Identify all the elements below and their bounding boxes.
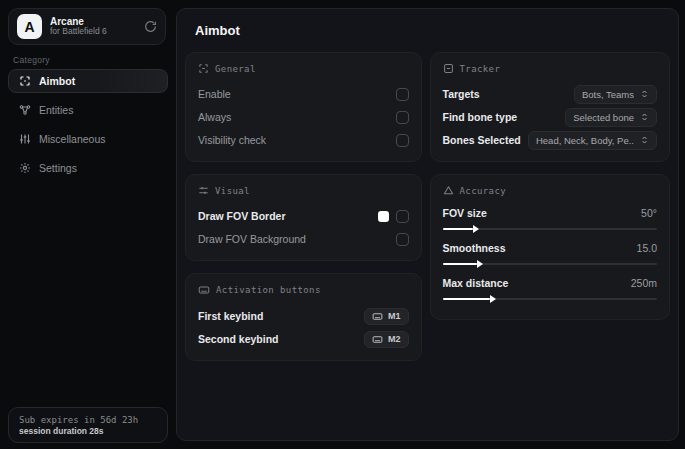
max-distance-slider[interactable] [443, 295, 657, 303]
activation-buttons-card: Activation buttons First keybind M1 S [185, 273, 422, 361]
fov-size-slider[interactable] [443, 225, 657, 233]
setting-label: Smoothness [443, 242, 506, 254]
tracker-card: Tracker Targets Bots, Teams Find bone [430, 52, 670, 162]
setting-row-draw-fov-border: Draw FOV Border [198, 205, 409, 227]
fov-border-color-swatch[interactable] [378, 211, 389, 222]
setting-label: Bones Selected [443, 134, 521, 146]
dropdown-value: Selected bone [573, 112, 634, 123]
always-checkbox[interactable] [396, 111, 409, 124]
sync-icon[interactable] [144, 20, 157, 33]
app-title-block: Arcane for Battlefield 6 [50, 16, 136, 37]
bones-selected-dropdown[interactable]: Head, Neck, Body, Pe.. [528, 131, 657, 150]
setting-row-find-bone-type: Find bone type Selected bone [443, 106, 657, 128]
network-icon [18, 104, 31, 116]
setting-label: Visibility check [198, 134, 266, 146]
sidebar-item-entities[interactable]: Entities [8, 98, 168, 122]
section-title-accuracy: Accuracy [460, 186, 507, 196]
first-keybind-button[interactable]: M1 [364, 308, 409, 325]
enable-checkbox[interactable] [396, 88, 409, 101]
setting-label: Targets [443, 88, 480, 100]
sidebar-item-label: Entities [39, 104, 73, 116]
triangle-icon [443, 185, 454, 196]
sidebar: A Arcane for Battlefield 6 Category Aimb… [0, 0, 174, 449]
second-keybind-button[interactable]: M2 [364, 331, 409, 348]
setting-row-visibility-check: Visibility check [198, 129, 409, 151]
category-label: Category [13, 55, 50, 65]
keyboard-icon [372, 334, 383, 345]
setting-label: Draw FOV Border [198, 210, 286, 222]
slider-fill [443, 228, 473, 230]
slider-value: 15.0 [637, 242, 657, 254]
setting-row-second-keybind: Second keybind M2 [198, 328, 409, 350]
section-title-general: General [215, 64, 256, 74]
sidebar-item-label: Miscellaneous [39, 133, 106, 145]
sidebar-item-aimbot[interactable]: Aimbot [8, 69, 168, 93]
scan-frame-icon [198, 63, 209, 74]
section-title-activation: Activation buttons [216, 285, 321, 295]
session-duration-text: session duration 28s [19, 426, 157, 436]
sidebar-item-label: Aimbot [39, 75, 75, 87]
chevron-up-down-icon [640, 135, 649, 145]
page-title: Aimbot [195, 23, 670, 38]
crosshair-scan-icon [18, 75, 31, 87]
section-title-visual: Visual [215, 186, 250, 196]
box-minus-icon [443, 63, 454, 74]
general-card: General Enable Always Visibility check [185, 52, 422, 162]
keyboard-icon [372, 311, 383, 322]
subscription-info-card: Sub expires in 56d 23h session duration … [8, 407, 168, 443]
slider-value: 250m [631, 277, 657, 289]
setting-label: Find bone type [443, 111, 518, 123]
find-bone-type-dropdown[interactable]: Selected bone [565, 108, 657, 127]
app-subtitle: for Battlefield 6 [50, 27, 136, 37]
sidebar-item-miscellaneous[interactable]: Miscellaneous [8, 127, 168, 151]
main-panel: Aimbot General Enable [176, 8, 679, 441]
targets-dropdown[interactable]: Bots, Teams [574, 85, 657, 104]
keybind-value: M2 [388, 334, 401, 344]
app-logo: A [17, 14, 42, 39]
slider-fill [443, 263, 477, 265]
dropdown-value: Bots, Teams [582, 89, 634, 100]
slider-row-fov-size: FOV size 50° [443, 205, 657, 233]
setting-row-always: Always [198, 106, 409, 128]
sidebar-item-settings[interactable]: Settings [8, 156, 168, 180]
setting-label: FOV size [443, 207, 487, 219]
section-title-tracker: Tracker [460, 64, 501, 74]
smoothness-slider[interactable] [443, 260, 657, 268]
setting-row-draw-fov-background: Draw FOV Background [198, 228, 409, 250]
sidebar-item-label: Settings [39, 162, 77, 174]
sliders-vertical-icon [18, 133, 31, 145]
slider-row-smoothness: Smoothness 15.0 [443, 240, 657, 268]
setting-row-bones-selected: Bones Selected Head, Neck, Body, Pe.. [443, 129, 657, 151]
sub-expiry-text: Sub expires in 56d 23h [19, 415, 157, 425]
sliders-icon [198, 185, 209, 196]
sidebar-nav: Aimbot Entities Miscellaneous [8, 69, 168, 180]
accuracy-card: Accuracy FOV size 50° Smoothness 15.0 [430, 174, 670, 320]
draw-fov-border-checkbox[interactable] [396, 210, 409, 223]
setting-label: Always [198, 111, 231, 123]
keybind-value: M1 [388, 311, 401, 321]
slider-fill [443, 298, 490, 300]
gear-icon [18, 162, 31, 174]
slider-value: 50° [641, 207, 657, 219]
setting-label: Second keybind [198, 333, 279, 345]
visual-card: Visual Draw FOV Border Draw FOV Backgrou… [185, 174, 422, 261]
setting-label: Max distance [443, 277, 509, 289]
app-header-card[interactable]: A Arcane for Battlefield 6 [8, 8, 166, 45]
slider-row-max-distance: Max distance 250m [443, 275, 657, 303]
chevron-up-down-icon [640, 89, 649, 99]
setting-label: First keybind [198, 310, 263, 322]
setting-label: Draw FOV Background [198, 233, 306, 245]
visibility-check-checkbox[interactable] [396, 134, 409, 147]
keyboard-icon [198, 284, 210, 296]
setting-row-enable: Enable [198, 83, 409, 105]
chevron-up-down-icon [640, 112, 649, 122]
setting-label: Enable [198, 88, 231, 100]
draw-fov-background-checkbox[interactable] [396, 233, 409, 246]
setting-row-first-keybind: First keybind M1 [198, 305, 409, 327]
dropdown-value: Head, Neck, Body, Pe.. [536, 135, 634, 146]
setting-row-targets: Targets Bots, Teams [443, 83, 657, 105]
